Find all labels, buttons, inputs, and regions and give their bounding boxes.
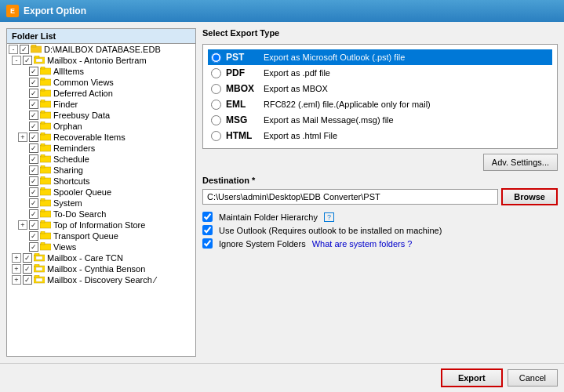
expand-btn-top-info[interactable]: + xyxy=(18,220,27,230)
tree-item-reminders[interactable]: Reminders xyxy=(7,143,195,154)
export-option-eml[interactable]: EMLRFC822 (.eml) file.(Applicable only f… xyxy=(208,96,552,112)
tree-item-orphan[interactable]: Orphan xyxy=(7,121,195,132)
radio-pdf[interactable] xyxy=(211,68,221,78)
checkbox-common-views[interactable] xyxy=(29,78,38,87)
export-option-mbox[interactable]: MBOXExport as MBOX xyxy=(208,81,552,96)
tree-item-common-views[interactable]: Common Views xyxy=(7,77,195,88)
tree-label-mailbox-cynthia: Mailbox - Cynthia Benson xyxy=(47,264,145,274)
checkbox-views[interactable] xyxy=(29,242,38,252)
checkbox-todo[interactable] xyxy=(29,209,38,219)
checkbox-spooler[interactable] xyxy=(29,187,38,197)
expand-btn-mailbox-care[interactable]: + xyxy=(12,253,21,263)
checkbox-shortcuts[interactable] xyxy=(29,176,38,186)
checkbox-input-use-outlook[interactable] xyxy=(202,225,213,235)
tree-item-spooler[interactable]: Spooler Queue xyxy=(7,187,195,198)
tree-item-schedule[interactable]: Schedule xyxy=(7,154,195,165)
radio-msg[interactable] xyxy=(211,115,221,125)
export-button[interactable]: Export xyxy=(441,368,503,387)
export-type-box: PSTExport as Microsoft Outlook (.pst) fi… xyxy=(202,44,558,149)
svg-rect-41 xyxy=(36,256,42,260)
expand-btn-mailbox-cynthia[interactable]: + xyxy=(12,264,21,274)
tree-item-transport[interactable]: Transport Queue xyxy=(7,230,195,241)
expand-btn-root[interactable]: - xyxy=(9,45,18,54)
tree-item-mailbox-cynthia[interactable]: +Mailbox - Cynthia Benson xyxy=(7,263,195,274)
svg-rect-36 xyxy=(41,231,45,234)
tree-item-deferred-action[interactable]: Deferred Action xyxy=(7,88,195,99)
expand-btn-recoverable[interactable]: + xyxy=(18,132,27,142)
folder-icon-schedule xyxy=(40,154,51,164)
checkbox-top-info[interactable] xyxy=(29,220,38,230)
tree-item-mailbox-antonio[interactable]: -Mailbox - Antonio Bertram xyxy=(7,55,195,66)
svg-rect-34 xyxy=(41,220,45,223)
export-type-name-mbox: MBOX xyxy=(226,83,264,94)
tree-item-allitems[interactable]: AllItems xyxy=(7,66,195,77)
tree-label-top-info: Top of Information Store xyxy=(53,220,145,230)
folder-icon-allitems xyxy=(40,67,51,76)
tree-item-todo[interactable]: To-Do Search xyxy=(7,209,195,220)
checkbox-mailbox-discovery[interactable] xyxy=(23,275,32,285)
svg-rect-26 xyxy=(41,176,45,179)
bottom-buttons: Export Cancel xyxy=(0,363,564,392)
tree-item-system[interactable]: System xyxy=(7,198,195,209)
help-link-ignore-system[interactable]: What are system folders ? xyxy=(312,239,413,249)
tree-label-freebusy: Freebusy Data xyxy=(53,111,110,120)
folder-icon-spooler xyxy=(40,187,51,197)
radio-pst[interactable] xyxy=(211,53,221,63)
destination-input[interactable] xyxy=(202,189,498,205)
folder-icon-deferred-action xyxy=(40,89,51,98)
checkbox-sharing[interactable] xyxy=(29,165,38,175)
tree-label-allitems: AllItems xyxy=(53,67,84,76)
adv-settings-button[interactable]: Adv. Settings... xyxy=(483,154,558,171)
tree-label-spooler: Spooler Queue xyxy=(53,187,111,197)
checkbox-mailbox-care[interactable] xyxy=(23,253,32,263)
tree-item-recoverable[interactable]: +Recoverable Items xyxy=(7,132,195,143)
radio-mbox[interactable] xyxy=(211,84,221,94)
checkbox-transport[interactable] xyxy=(29,231,38,241)
content-area: Folder List -D:\MAILBOX DATABASE.EDB-Mai… xyxy=(0,22,564,363)
checkbox-schedule[interactable] xyxy=(29,154,38,164)
checkbox-finder[interactable] xyxy=(29,100,38,109)
tree-item-mailbox-discovery[interactable]: +Mailbox - Discovery Search ⁄ xyxy=(7,274,195,285)
checkbox-allitems[interactable] xyxy=(29,67,38,76)
export-type-desc-msg: Export as Mail Message(.msg) file xyxy=(264,115,394,125)
radio-eml[interactable] xyxy=(211,100,221,110)
tree-item-top-info[interactable]: +Top of Information Store xyxy=(7,220,195,230)
tree-container[interactable]: -D:\MAILBOX DATABASE.EDB-Mailbox - Anton… xyxy=(7,44,195,356)
tree-item-shortcuts[interactable]: Shortcuts xyxy=(7,176,195,187)
tree-item-freebusy[interactable]: Freebusy Data xyxy=(7,110,195,121)
checkbox-freebusy[interactable] xyxy=(29,111,38,120)
tree-item-root[interactable]: -D:\MAILBOX DATABASE.EDB xyxy=(7,44,195,55)
help-badge-maintain-hierarchy[interactable]: ? xyxy=(324,212,334,222)
checkbox-deferred-action[interactable] xyxy=(29,89,38,98)
expand-btn-mailbox-antonio[interactable]: - xyxy=(12,56,21,65)
tree-item-views[interactable]: Views xyxy=(7,241,195,252)
title-text: Export Option xyxy=(24,5,86,16)
checkbox-input-ignore-system[interactable] xyxy=(202,238,213,249)
tree-item-mailbox-care[interactable]: +Mailbox - Care TCN xyxy=(7,252,195,263)
svg-rect-20 xyxy=(41,143,45,146)
export-type-name-eml: EML xyxy=(226,99,264,110)
tree-label-mailbox-antonio: Mailbox - Antonio Bertram xyxy=(47,56,147,65)
browse-button[interactable]: Browse xyxy=(501,188,558,205)
radio-html[interactable] xyxy=(211,131,221,141)
checkbox-root[interactable] xyxy=(20,45,29,54)
checkbox-reminders[interactable] xyxy=(29,143,38,153)
svg-rect-43 xyxy=(35,264,39,267)
checkbox-row-maintain-hierarchy: Maintain Folder Hierarchy? xyxy=(202,210,558,223)
export-option-msg[interactable]: MSGExport as Mail Message(.msg) file xyxy=(208,112,552,128)
checkbox-input-maintain-hierarchy[interactable] xyxy=(202,212,213,222)
checkbox-mailbox-cynthia[interactable] xyxy=(23,264,32,274)
cancel-button[interactable]: Cancel xyxy=(508,369,558,387)
checkbox-mailbox-antonio[interactable] xyxy=(23,56,32,65)
checkbox-recoverable[interactable] xyxy=(29,132,38,142)
export-option-pst[interactable]: PSTExport as Microsoft Outlook (.pst) fi… xyxy=(208,49,552,65)
checkbox-orphan[interactable] xyxy=(29,122,38,131)
tree-item-sharing[interactable]: Sharing xyxy=(7,165,195,176)
checkbox-system[interactable] xyxy=(29,198,38,208)
tree-label-deferred-action: Deferred Action xyxy=(53,89,113,98)
export-option-pdf[interactable]: PDFExport as .pdf file xyxy=(208,65,552,81)
expand-btn-mailbox-discovery[interactable]: + xyxy=(12,275,21,285)
tree-item-finder[interactable]: Finder xyxy=(7,99,195,110)
app-icon: E xyxy=(6,5,19,17)
export-option-html[interactable]: HTMLExport as .html File xyxy=(208,128,552,143)
